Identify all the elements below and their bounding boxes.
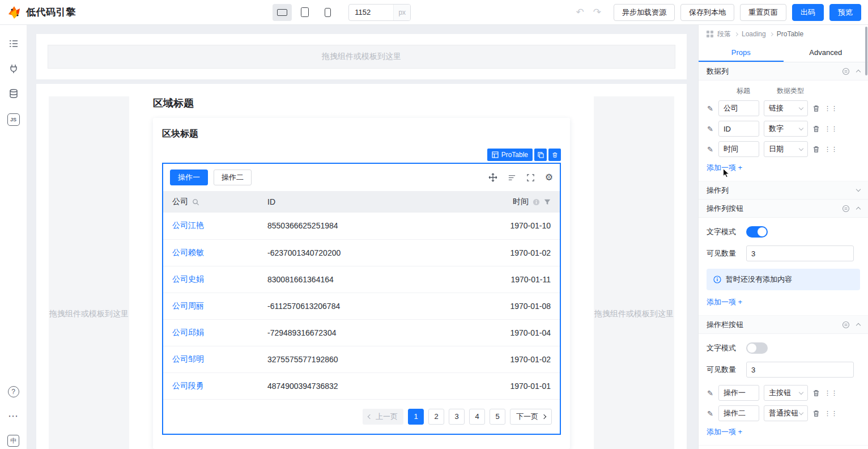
left-drop-area[interactable]: 拖拽组件或模板到这里 <box>49 96 129 449</box>
plugin-panel-button[interactable] <box>8 63 19 74</box>
section-header-action-column[interactable]: 操作列 <box>699 181 868 200</box>
right-drop-area[interactable]: 拖拽组件或模板到这里 <box>594 96 674 449</box>
device-desktop-button[interactable] <box>273 4 292 21</box>
collapse-button[interactable] <box>857 322 860 327</box>
density-tool-button[interactable] <box>508 173 516 182</box>
protable-component[interactable]: 操作一 操作二 <box>162 163 561 435</box>
section-header-action-bar-buttons[interactable]: 操作栏按钮 <box>699 316 868 334</box>
fullscreen-tool-button[interactable] <box>526 173 535 182</box>
move-tool-button[interactable] <box>488 173 497 182</box>
edit-button[interactable]: ✎ <box>707 125 714 133</box>
text-mode-toggle[interactable] <box>746 226 768 238</box>
settings-tool-button[interactable]: ⚙ <box>545 173 553 182</box>
js-panel-button[interactable]: JS <box>7 113 20 126</box>
drag-handle[interactable]: ⋮⋮ <box>824 146 838 153</box>
expand-button[interactable] <box>857 189 860 191</box>
breadcrumb-item-protable[interactable]: ProTable <box>777 30 803 38</box>
company-link[interactable]: 公司邹明 <box>163 346 258 372</box>
visible-count-input[interactable] <box>746 362 854 378</box>
column-header-time[interactable]: 时间 <box>445 191 560 213</box>
delete-row-button[interactable] <box>812 389 820 397</box>
redo-button[interactable]: ↷ <box>593 7 601 17</box>
codegen-button[interactable]: 出码 <box>792 4 824 21</box>
column-title-input[interactable] <box>718 141 759 157</box>
outline-tree-panel-button[interactable] <box>8 39 19 49</box>
tab-advanced[interactable]: Advanced <box>784 43 868 62</box>
binding-button[interactable] <box>842 205 850 213</box>
panel-scrollbar[interactable] <box>865 27 867 75</box>
top-drop-area[interactable]: 拖拽组件或模板到这里 <box>48 45 675 69</box>
breadcrumb-item-paragraph[interactable]: 段落 <box>717 29 731 39</box>
column-title-input[interactable] <box>718 121 759 137</box>
column-type-select[interactable]: 日期 <box>764 141 808 157</box>
more-button[interactable]: ⋯ <box>8 411 19 421</box>
add-action-col-button-link[interactable]: 添加一项 + <box>707 296 742 311</box>
button-type-select[interactable]: 普通按钮 <box>764 405 808 421</box>
company-link[interactable]: 公司史娟 <box>163 266 258 293</box>
delete-row-button[interactable] <box>812 125 820 133</box>
edit-button[interactable]: ✎ <box>707 389 714 397</box>
async-resources-button[interactable]: 异步加载资源 <box>614 4 675 21</box>
drag-handle[interactable]: ⋮⋮ <box>824 105 838 112</box>
delete-row-button[interactable] <box>812 146 820 153</box>
copy-component-button[interactable] <box>534 149 547 161</box>
column-title-input[interactable] <box>718 100 759 116</box>
locale-button[interactable]: 中 <box>7 435 19 447</box>
add-data-column-link[interactable]: 添加一项 + <box>707 162 742 176</box>
company-link[interactable]: 公司江艳 <box>163 213 258 239</box>
button-title-input[interactable] <box>718 385 759 401</box>
binding-button[interactable] <box>842 321 850 329</box>
datasource-panel-button[interactable] <box>8 88 19 99</box>
action-one-button[interactable]: 操作一 <box>170 170 208 185</box>
page-button-3[interactable]: 3 <box>449 409 465 425</box>
delete-row-button[interactable] <box>812 410 820 417</box>
column-header-company[interactable]: 公司 <box>163 191 258 213</box>
reset-page-button[interactable]: 重置页面 <box>740 4 786 21</box>
section-header-data-columns[interactable]: 数据列 <box>699 62 868 81</box>
drag-handle[interactable]: ⋮⋮ <box>824 126 838 132</box>
prev-page-button[interactable]: 上一页 <box>363 409 403 425</box>
collapse-button[interactable] <box>857 206 860 211</box>
viewport-width-input[interactable] <box>349 8 393 16</box>
column-type-select[interactable]: 数字 <box>764 121 808 137</box>
device-tablet-button[interactable] <box>295 4 314 21</box>
column-header-id[interactable]: ID <box>258 191 445 213</box>
filter-icon[interactable] <box>544 198 551 205</box>
breadcrumb-item-loading[interactable]: Loading <box>742 30 766 38</box>
page-button-5[interactable]: 5 <box>490 409 505 425</box>
company-link[interactable]: 公司邱娟 <box>163 319 258 346</box>
edit-button[interactable]: ✎ <box>707 105 714 112</box>
text-mode-toggle[interactable] <box>746 342 768 354</box>
tab-props[interactable]: Props <box>699 43 784 62</box>
edit-button[interactable]: ✎ <box>707 410 714 417</box>
drag-handle[interactable]: ⋮⋮ <box>824 410 838 417</box>
undo-button[interactable]: ↶ <box>576 7 584 17</box>
delete-row-button[interactable] <box>812 105 820 112</box>
info-icon[interactable] <box>533 198 540 206</box>
device-phone-button[interactable] <box>318 4 337 21</box>
save-local-button[interactable]: 保存到本地 <box>680 4 734 21</box>
page-button-4[interactable]: 4 <box>469 409 485 425</box>
page-button-2[interactable]: 2 <box>428 409 444 425</box>
button-title-input[interactable] <box>718 405 759 421</box>
company-link[interactable]: 公司周丽 <box>163 293 258 319</box>
help-button[interactable]: ? <box>8 386 19 397</box>
action-two-button[interactable]: 操作二 <box>214 170 252 185</box>
delete-component-button[interactable] <box>548 149 561 161</box>
page-button-1[interactable]: 1 <box>408 409 424 425</box>
company-link[interactable]: 公司段勇 <box>163 372 258 399</box>
button-type-select[interactable]: 主按钮 <box>764 385 808 401</box>
drag-handle[interactable]: ⋮⋮ <box>824 390 838 396</box>
company-link[interactable]: 公司赖敏 <box>163 239 258 266</box>
preview-button[interactable]: 预览 <box>829 4 861 21</box>
next-page-button[interactable]: 下一页 <box>510 409 552 425</box>
protable-selection-tag[interactable]: ProTable <box>487 149 533 161</box>
binding-button[interactable] <box>842 67 850 75</box>
visible-count-input[interactable] <box>746 245 854 261</box>
collapse-button[interactable] <box>857 69 860 74</box>
search-icon[interactable] <box>192 198 199 206</box>
column-type-select[interactable]: 链接 <box>764 100 808 116</box>
edit-button[interactable]: ✎ <box>707 146 714 153</box>
add-action-bar-button-link[interactable]: 添加一项 + <box>707 426 742 440</box>
section-header-action-col-buttons[interactable]: 操作列按钮 <box>699 200 868 218</box>
